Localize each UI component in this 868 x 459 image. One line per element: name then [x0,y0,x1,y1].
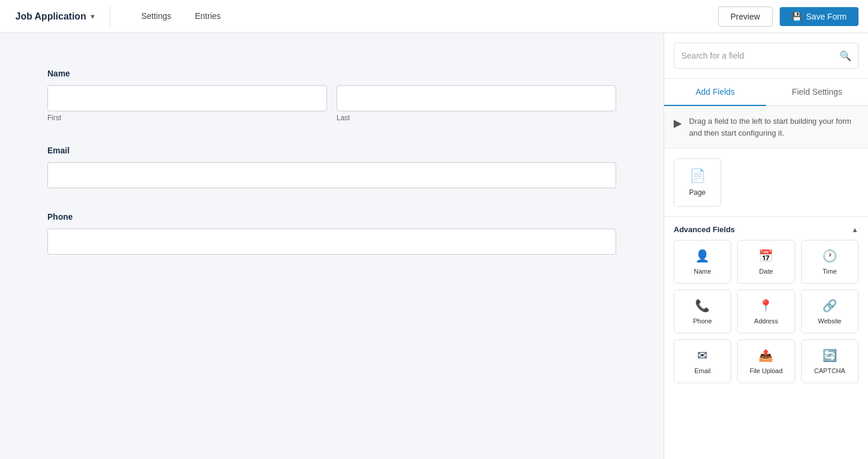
main-container: Name First Last Email Phone [0,33,868,459]
name-field-card-label: Name [694,268,711,275]
search-input[interactable] [674,43,859,69]
chevron-down-icon: ▾ [91,12,94,21]
phone-input[interactable] [47,229,616,255]
name-field-label: Name [47,69,616,78]
file-upload-icon: 📤 [758,348,773,362]
adv-field-phone[interactable]: 📞 Phone [674,290,731,333]
page-label: Page [689,188,706,197]
save-label: Save Form [806,12,847,21]
search-box: 🔍 [674,43,859,69]
panel-tabs: Add Fields Field Settings [664,79,868,106]
tab-settings[interactable]: Settings [129,0,183,33]
save-icon: 💾 [792,12,802,21]
adv-field-time[interactable]: 🕐 Time [801,240,859,284]
phone-field-card-label: Phone [693,317,712,325]
adv-field-name[interactable]: 👤 Name [674,240,731,284]
email-icon: ✉ [697,348,707,362]
tab-entries[interactable]: Entries [183,0,233,33]
header-divider [110,6,110,27]
time-field-card-label: Time [822,268,837,275]
header-left: Job Application ▾ Settings Entries [9,0,233,33]
time-icon: 🕐 [822,249,837,263]
email-field-card-label: Email [694,367,711,374]
tab-field-settings[interactable]: Field Settings [766,79,868,106]
page-field-card[interactable]: 📄 Page [674,158,721,207]
address-field-card-label: Address [754,317,778,325]
date-field-card-label: Date [759,268,773,275]
form-canvas: Name First Last Email Phone [0,33,664,459]
adv-field-address[interactable]: 📍 Address [737,290,795,333]
email-field-label: Email [47,146,616,155]
drag-hint: ▶ Drag a field to the left to start buil… [664,106,868,149]
phone-field-label: Phone [47,212,616,222]
name-icon: 👤 [695,249,710,263]
drag-hint-text: Drag a field to the left to start buildi… [689,115,859,139]
email-field-group: Email [47,146,616,188]
search-box-wrap: 🔍 [664,33,868,79]
right-panel: 🔍 Add Fields Field Settings ▶ Drag a fie… [664,33,868,459]
date-icon: 📅 [758,249,773,263]
last-name-sub-label: Last [337,114,616,122]
page-icon: 📄 [690,168,706,184]
name-field-row: First Last [47,85,616,122]
adv-field-date[interactable]: 📅 Date [737,240,795,284]
first-name-sub-label: First [47,114,327,122]
preview-button[interactable]: Preview [718,7,773,27]
cursor-icon: ▶ [674,117,682,130]
adv-field-captcha[interactable]: 🔄 CAPTCHA [801,339,859,383]
form-title: Job Application [15,11,86,22]
file-upload-field-card-label: File Upload [750,367,783,374]
header: Job Application ▾ Settings Entries Previ… [0,0,868,33]
adv-field-file-upload[interactable]: 📤 File Upload [737,339,795,383]
advanced-fields-title: Advanced Fields [674,225,735,234]
address-icon: 📍 [758,298,773,313]
advanced-fields-grid: 👤 Name 📅 Date 🕐 Time 📞 Phone 📍 Address [664,240,868,393]
adv-field-website[interactable]: 🔗 Website [801,290,859,333]
name-field-group: Name First Last [47,69,616,122]
form-title-selector[interactable]: Job Application ▾ [9,8,100,25]
phone-icon: 📞 [695,298,710,313]
nav-tabs: Settings Entries [129,0,232,33]
tab-add-fields[interactable]: Add Fields [664,79,766,106]
captcha-icon: 🔄 [822,348,837,362]
header-right: Preview 💾 Save Form [718,7,859,27]
save-button[interactable]: 💾 Save Form [780,7,859,26]
phone-field-group: Phone [47,212,616,255]
last-name-wrap: Last [337,85,616,122]
first-name-input[interactable] [47,85,327,111]
first-name-wrap: First [47,85,327,122]
adv-field-email[interactable]: ✉ Email [674,339,731,383]
email-input[interactable] [47,162,616,188]
page-field-wrap: 📄 Page [664,149,868,217]
collapse-icon[interactable]: ▲ [851,226,859,234]
advanced-fields-header: Advanced Fields ▲ [664,217,868,240]
website-field-card-label: Website [818,317,842,325]
website-icon: 🔗 [822,298,837,313]
last-name-input[interactable] [337,85,616,111]
captcha-field-card-label: CAPTCHA [814,367,845,374]
